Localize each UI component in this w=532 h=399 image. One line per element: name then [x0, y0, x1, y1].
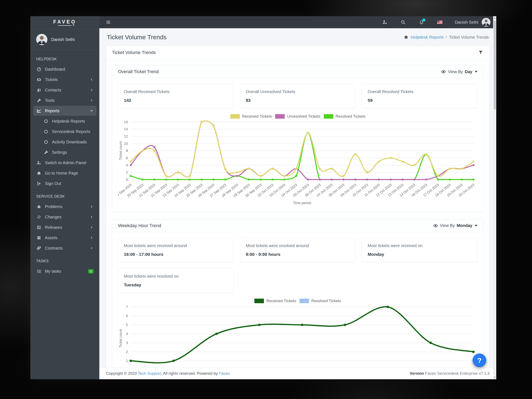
- copyright-middle: . All rights reserved. Powered by: [161, 371, 218, 375]
- vertical-scrollbar[interactable]: [493, 16, 496, 379]
- chart-legend: Received TicketsUnresolved TicketsResolv…: [118, 114, 478, 119]
- weekday-chart: Received TicketsResolved Tickets 0123456…: [118, 299, 478, 367]
- svg-text:2: 2: [126, 171, 128, 174]
- sidebar-item-label: Contracts: [45, 246, 63, 251]
- version-value: Faveo Servicedesk Enterprise v7.1.4: [425, 371, 490, 375]
- section-title: Overall Ticket Trend: [118, 69, 159, 74]
- sidebar-item-tickets[interactable]: Tickets: [33, 75, 96, 85]
- sidebar-item-my-tasks[interactable]: My tasks0: [33, 266, 96, 276]
- help-button[interactable]: ?: [473, 354, 486, 367]
- logo-underline: [58, 25, 71, 26]
- legend-item-received-tickets: Received Tickets: [230, 114, 272, 119]
- sidebar-user-name: Danish Sethi: [51, 37, 75, 42]
- stat-label: Overall Resolved Tickets: [368, 89, 472, 94]
- search-icon[interactable]: [400, 19, 406, 25]
- view-by-value: Monday: [456, 223, 472, 228]
- brand-link[interactable]: Faveo: [219, 371, 230, 375]
- view-by-label: View By: [448, 70, 463, 74]
- tasks-icon: [36, 269, 42, 274]
- version-label: Version: [410, 371, 424, 375]
- scrollbar-thumb[interactable]: [494, 20, 496, 110]
- home-icon[interactable]: [404, 35, 409, 40]
- filter-icon[interactable]: [478, 50, 484, 55]
- sidebar-item-helpdesk-reports[interactable]: Helpdesk Reports: [33, 116, 96, 126]
- sidebar-section-helpdesk: HELPDESK: [33, 51, 96, 64]
- user-gear-icon[interactable]: [382, 19, 388, 25]
- topbar-user-menu[interactable]: Danish Sethi: [455, 18, 490, 27]
- caret-down-icon: [475, 225, 478, 227]
- legend-label: Received Tickets: [242, 114, 272, 119]
- app-logo[interactable]: FAVEO: [30, 16, 99, 29]
- user-avatar: [36, 34, 47, 45]
- chart-line-icon: [36, 108, 42, 113]
- svg-text:0: 0: [126, 178, 128, 182]
- sidebar-item-settings[interactable]: Settings: [33, 147, 96, 157]
- sidebar-item-changes[interactable]: Changes: [33, 212, 96, 222]
- sidebar-item-reports[interactable]: Reports: [33, 106, 96, 116]
- legend-swatch: [275, 114, 285, 119]
- circle-outline-icon: [43, 129, 49, 134]
- sidebar-item-contacts[interactable]: Contacts: [33, 85, 96, 95]
- bell-icon[interactable]: [418, 19, 424, 25]
- chevron-left-icon: [90, 226, 94, 229]
- scroll-up-arrow[interactable]: [493, 16, 496, 20]
- logo-text-wrap: FAVEO: [53, 19, 76, 26]
- view-by-day-dropdown[interactable]: View By Day: [441, 69, 478, 74]
- legend-item-resolved-tickets: Resolved Tickets: [324, 114, 366, 119]
- sidebar-item-contracts[interactable]: Contracts: [33, 243, 96, 253]
- hamburger-menu-icon[interactable]: [105, 19, 111, 25]
- footer: Copyright © 2023 Tech Support. All right…: [99, 367, 496, 379]
- user-gear-icon: [36, 160, 42, 165]
- breadcrumb-link[interactable]: Helpdesk Reports: [411, 35, 444, 40]
- sidebar-item-activity-downloads[interactable]: Activity Downloads: [33, 137, 96, 147]
- stat-label: Most tickets were received around: [124, 243, 228, 248]
- topbar-avatar: [482, 18, 490, 27]
- sidebar-item-go-to-home-page[interactable]: Go to Home Page: [33, 168, 96, 178]
- stat-value: Tuesday: [124, 282, 228, 287]
- notification-dot: [422, 19, 425, 22]
- sidebar-item-sign-out[interactable]: Sign Out: [33, 178, 96, 189]
- legend-item-received-tickets: Received Tickets: [254, 299, 296, 303]
- section-header: Weekday Hour Trend View By Monday: [112, 219, 483, 232]
- series-line-received-tickets: [131, 121, 473, 177]
- legend-item-unresolved-tickets: Unresolved Tickets: [275, 114, 320, 119]
- legend-item-resolved-tickets: Resolved Tickets: [299, 299, 341, 303]
- sidebar-item-label: Reports: [45, 108, 59, 113]
- flag-us-icon[interactable]: [437, 19, 443, 25]
- sidebar-item-assets[interactable]: Assets: [33, 233, 96, 243]
- server-icon: [36, 235, 42, 240]
- chart-legend: Received TicketsResolved Tickets: [118, 299, 478, 303]
- eye-icon: [433, 223, 438, 228]
- wrench-icon: [43, 150, 49, 155]
- chevron-left-icon: [90, 78, 94, 82]
- weekday-stats: Most tickets were received around16:00 -…: [118, 238, 478, 293]
- section-title: Weekday Hour Trend: [118, 223, 161, 228]
- chevron-left-icon: [90, 205, 94, 209]
- legend-label: Unresolved Tickets: [287, 114, 320, 119]
- company-link[interactable]: Tech Support: [138, 371, 161, 375]
- card-header: Ticket Volume Trends: [106, 46, 489, 59]
- sidebar-user-panel[interactable]: Danish Sethi: [30, 29, 99, 50]
- sidebar-item-label: Activity Downloads: [52, 140, 87, 145]
- scroll-down-arrow[interactable]: [493, 376, 496, 379]
- stat-label: Most tickets were resolved around: [246, 243, 350, 248]
- view-by-weekday-dropdown[interactable]: View By Monday: [433, 223, 478, 228]
- breadcrumb: Helpdesk Reports / Ticket Volume Trends: [404, 35, 489, 40]
- chevron-left-icon: [90, 88, 94, 92]
- home-icon: [36, 171, 42, 176]
- stat-card-most-tickets-were-resolved-on: Most tickets were resolved onTuesday: [118, 268, 234, 293]
- svg-text:3: 3: [126, 341, 128, 345]
- sidebar-item-label: Contacts: [45, 88, 61, 93]
- sidebar-item-servicedesk-reports[interactable]: Servicedesk Reports: [33, 127, 96, 137]
- sidebar-item-tools[interactable]: Tools: [33, 95, 96, 105]
- stat-value: 59: [368, 98, 472, 103]
- section-body: Overall Received Tickets142Overall Unres…: [112, 78, 483, 212]
- footer-version: Version Faveo Servicedesk Enterprise v7.…: [410, 371, 490, 376]
- sidebar-item-releases[interactable]: Releases: [33, 222, 96, 232]
- sidebar-item-dashboard[interactable]: Dashboard: [33, 64, 96, 74]
- sidebar-item-switch-to-admin-panel[interactable]: Switch to Admin Panel: [33, 158, 96, 168]
- page-title: Ticket Volume Trends: [107, 34, 166, 41]
- sidebar-section-service-desk: SERVICE DESK: [33, 189, 96, 201]
- chevron-down-icon: [90, 109, 94, 113]
- sidebar-item-problems[interactable]: Problems: [33, 202, 96, 212]
